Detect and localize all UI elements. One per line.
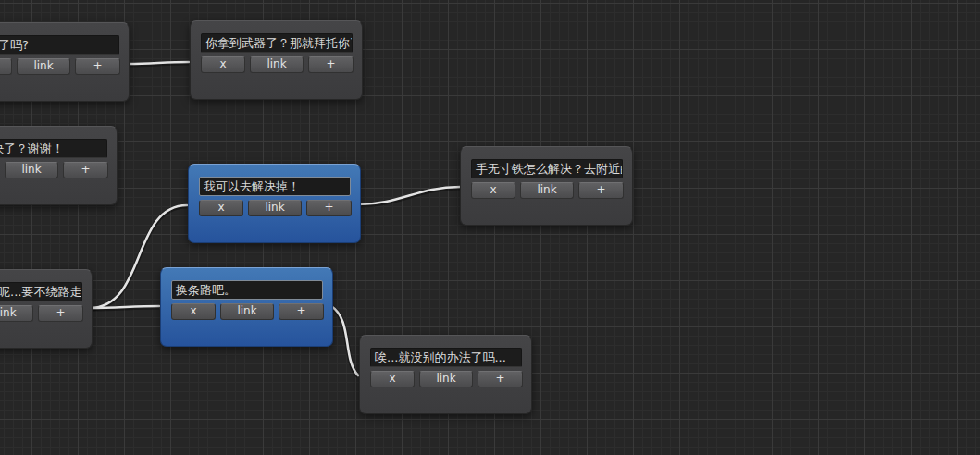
add-option-button[interactable]: + — [63, 162, 108, 178]
delete-node-button[interactable]: x — [201, 56, 245, 73]
add-option-button[interactable]: + — [75, 58, 120, 75]
dialogue-text-field[interactable]: 了吗? — [0, 35, 119, 55]
dialogue-text-field[interactable]: 我可以去解决掉！ — [199, 177, 351, 196]
delete-node-button[interactable]: x — [471, 182, 515, 199]
add-option-button[interactable]: + — [308, 56, 354, 73]
dialogue-text-field[interactable]: 手无寸铁怎么解决？去附近的 — [471, 159, 623, 178]
link-button[interactable]: link — [520, 182, 574, 199]
dialogue-node[interactable]: 呢...要不绕路走 x link + — [0, 269, 93, 349]
dialogue-text-field[interactable]: 换条路吧。 — [171, 280, 323, 300]
dialogue-node-selected[interactable]: 换条路吧。 x link + — [160, 267, 333, 347]
link-button[interactable]: link — [0, 305, 33, 322]
add-option-button[interactable]: + — [38, 305, 83, 322]
dialogue-node[interactable]: 了吗? x link + — [0, 22, 130, 102]
link-button[interactable]: link — [17, 58, 70, 75]
dialogue-node-selected[interactable]: 我可以去解决掉！ x link + — [188, 164, 361, 243]
graph-canvas[interactable]: 了吗? x link + 你拿到武器了？那就拜托你了 x link + 决了？谢… — [0, 0, 980, 455]
dialogue-node[interactable]: 决了？谢谢！ x link + — [0, 126, 118, 205]
link-button[interactable]: link — [419, 371, 473, 387]
add-option-button[interactable]: + — [279, 303, 324, 320]
dialogue-text-field[interactable]: 决了？谢谢！ — [0, 139, 107, 158]
link-button[interactable]: link — [248, 200, 302, 216]
add-option-button[interactable]: + — [578, 182, 624, 199]
delete-node-button[interactable]: x — [171, 303, 216, 320]
link-button[interactable]: link — [220, 303, 274, 320]
dialogue-node[interactable]: 唉...就没别的办法了吗... x link + — [359, 335, 532, 414]
dialogue-text-field[interactable]: 呢...要不绕路走 — [0, 282, 82, 301]
dialogue-text-field[interactable]: 唉...就没别的办法了吗... — [370, 348, 522, 367]
add-option-button[interactable]: + — [478, 371, 523, 387]
link-button[interactable]: link — [250, 56, 304, 73]
delete-node-button[interactable]: x — [370, 371, 415, 387]
delete-node-button[interactable]: x — [0, 58, 12, 75]
dialogue-text-field[interactable]: 你拿到武器了？那就拜托你了 — [201, 33, 353, 53]
add-option-button[interactable]: + — [306, 200, 352, 216]
link-button[interactable]: link — [5, 162, 58, 178]
dialogue-node[interactable]: 手无寸铁怎么解决？去附近的 x link + — [460, 146, 633, 226]
delete-node-button[interactable]: x — [199, 200, 243, 216]
dialogue-node[interactable]: 你拿到武器了？那就拜托你了 x link + — [190, 20, 363, 100]
